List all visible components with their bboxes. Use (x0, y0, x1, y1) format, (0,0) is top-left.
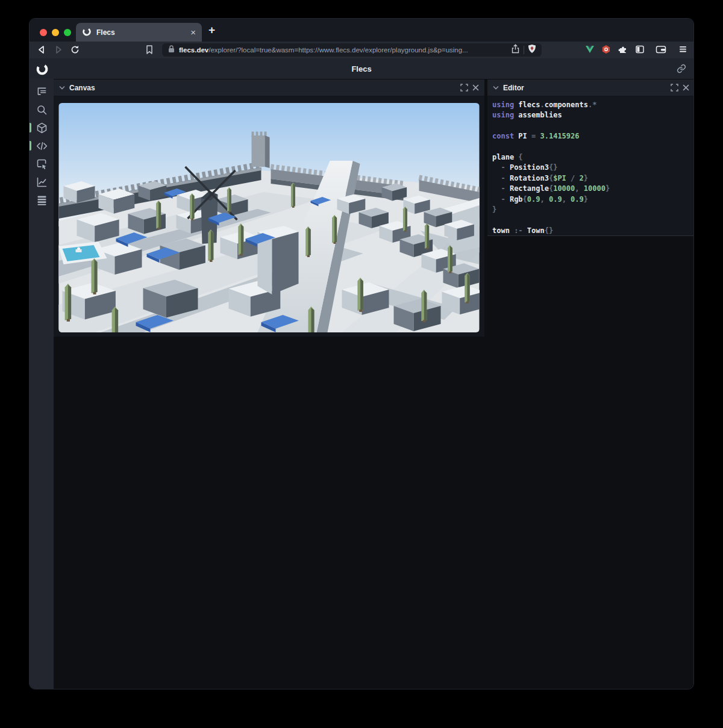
browser-tab-bar: Flecs × + (30, 19, 693, 42)
vue-devtools-extension-icon[interactable] (585, 45, 595, 56)
new-tab-button[interactable]: + (208, 23, 215, 37)
chevron-down-icon[interactable] (59, 86, 65, 90)
sidebar-item-inspect[interactable] (30, 155, 54, 173)
window-close-button[interactable] (40, 29, 47, 36)
brave-shield-icon[interactable] (528, 44, 536, 56)
code-icon (36, 140, 48, 152)
editor-code[interactable]: using flecs.components.*using assemblies… (487, 96, 694, 240)
sidebar-item-logs[interactable] (30, 191, 54, 209)
forward-button[interactable] (54, 45, 63, 57)
line-chart-icon (36, 176, 48, 188)
lock-icon (167, 45, 175, 55)
page-title: Flecs (351, 64, 371, 73)
cube-icon (36, 122, 48, 134)
url-text: flecs.dev/explorer/?local=true&wasm=http… (179, 46, 507, 54)
url-path: /explorer/?local=true&wasm=https://www.f… (208, 46, 468, 54)
fullscreen-icon[interactable] (671, 84, 678, 92)
inspect-cursor-icon (36, 158, 48, 170)
canvas-panel: Canvas (54, 79, 484, 337)
menu-hamburger-icon[interactable] (678, 45, 687, 56)
workspace: Canvas (54, 79, 693, 689)
traffic-lights (40, 29, 71, 36)
left-sidebar (30, 79, 54, 689)
flecs-logo[interactable] (36, 62, 49, 78)
tab-title: Flecs (96, 28, 186, 37)
close-icon[interactable] (472, 84, 479, 91)
tree-outline-icon (36, 86, 48, 98)
browser-tab-flecs[interactable]: Flecs × (76, 23, 202, 42)
sidebar-item-code-editor[interactable] (30, 137, 54, 155)
sidebar-item-stats[interactable] (30, 173, 54, 191)
hexagon-extension-icon[interactable] (601, 45, 611, 57)
url-divider (524, 46, 524, 54)
town-scene (58, 103, 480, 332)
browser-window: Flecs × + flecs.dev/explorer/?local=true… (29, 18, 694, 689)
rows-stack-icon (36, 194, 48, 207)
flecs-favicon (82, 26, 92, 39)
canvas-panel-header: Canvas (54, 79, 484, 96)
window-zoom-button[interactable] (64, 29, 71, 36)
editor-panel-header: Editor (487, 79, 694, 96)
extensions-puzzle-icon[interactable] (618, 45, 628, 57)
close-icon[interactable] (683, 84, 689, 91)
url-bar[interactable]: flecs.dev/explorer/?local=true&wasm=http… (162, 43, 542, 57)
bookmark-icon[interactable] (145, 45, 154, 57)
chevron-down-icon[interactable] (493, 86, 499, 90)
share-icon[interactable] (511, 44, 520, 56)
tab-close-icon[interactable]: × (190, 28, 196, 37)
back-button[interactable] (37, 45, 46, 57)
search-icon (36, 104, 48, 116)
app-header: Flecs (30, 58, 693, 79)
reload-button[interactable] (70, 45, 80, 57)
url-domain: flecs.dev (179, 46, 208, 54)
sidebar-item-scene-canvas[interactable] (30, 119, 54, 137)
sidebar-item-search[interactable] (30, 101, 54, 119)
window-minimize-button[interactable] (52, 29, 59, 36)
canvas-panel-title: Canvas (69, 84, 95, 92)
sidebar-toggle-icon[interactable] (635, 45, 645, 57)
editor-panel-title: Editor (503, 84, 524, 92)
wallet-icon[interactable] (656, 45, 666, 57)
3d-viewport[interactable] (58, 103, 480, 332)
browser-toolbar: flecs.dev/explorer/?local=true&wasm=http… (30, 42, 693, 58)
fullscreen-icon[interactable] (460, 84, 468, 92)
editor-panel: Editor using flecs.components.*using ass… (487, 79, 694, 236)
sidebar-item-entity-tree[interactable] (30, 82, 54, 101)
share-link-icon[interactable] (677, 64, 686, 76)
